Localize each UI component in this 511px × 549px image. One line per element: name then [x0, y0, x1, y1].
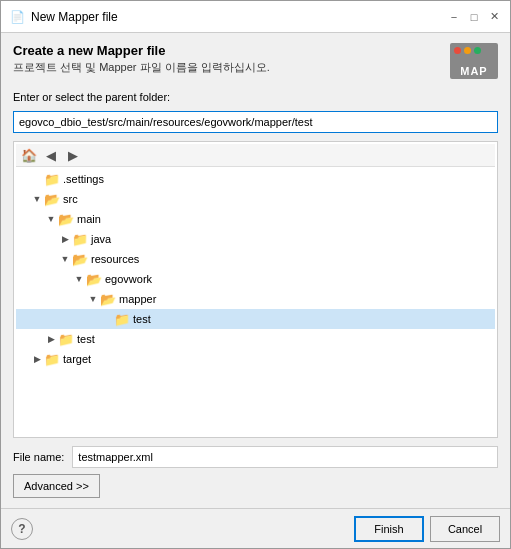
dialog-content: Create a new Mapper file 프로젝트 선택 및 Mappe… [1, 33, 510, 508]
folder-icon: 📂 [86, 271, 102, 287]
map-bg: MAP [450, 43, 498, 79]
advanced-button[interactable]: Advanced >> [13, 474, 100, 498]
tree-item-label: main [77, 213, 101, 225]
title-bar: 📄 New Mapper file − □ ✕ [1, 1, 510, 33]
dot-red [454, 47, 461, 54]
map-badge: MAP [450, 43, 498, 79]
dialog-window: 📄 New Mapper file − □ ✕ Create a new Map… [0, 0, 511, 549]
title-bar-left: 📄 New Mapper file [9, 9, 118, 25]
tree-arrow [100, 312, 114, 326]
tree-item-label: test [77, 333, 95, 345]
tree-items: 📁 .settings 📂 src 📂 main [16, 167, 495, 371]
dot-yellow [464, 47, 471, 54]
folder-icon: 📂 [58, 211, 74, 227]
tree-row[interactable]: 📁 target [16, 349, 495, 369]
tree-arrow [58, 252, 72, 266]
folder-icon: 📁 [72, 231, 88, 247]
maximize-button[interactable]: □ [466, 9, 482, 25]
finish-button[interactable]: Finish [354, 516, 424, 542]
tree-row[interactable]: 📂 mapper [16, 289, 495, 309]
header-section: Create a new Mapper file 프로젝트 선택 및 Mappe… [13, 43, 498, 79]
dot-green [474, 47, 481, 54]
folder-icon: 📂 [100, 291, 116, 307]
header-subtitle: 프로젝트 선택 및 Mapper 파일 이름을 입력하십시오. [13, 60, 270, 75]
close-button[interactable]: ✕ [486, 9, 502, 25]
dialog-title: New Mapper file [31, 10, 118, 24]
minimize-button[interactable]: − [446, 9, 462, 25]
folder-tree: 🏠 ◀ ▶ 📁 .settings 📂 src [13, 141, 498, 438]
tree-toolbar: 🏠 ◀ ▶ [16, 144, 495, 167]
cancel-button[interactable]: Cancel [430, 516, 500, 542]
folder-icon: 📂 [44, 191, 60, 207]
folder-icon: 📁 [58, 331, 74, 347]
tree-row[interactable]: 📂 egovwork [16, 269, 495, 289]
tree-item-label: java [91, 233, 111, 245]
tree-arrow [44, 212, 58, 226]
tree-row[interactable]: 📁 java [16, 229, 495, 249]
tree-item-label: mapper [119, 293, 156, 305]
folder-icon: 📂 [72, 251, 88, 267]
header-title: Create a new Mapper file [13, 43, 270, 58]
traffic-lights [454, 47, 481, 54]
tree-item-label: test [133, 313, 151, 325]
tree-arrow [72, 272, 86, 286]
folder-path-input[interactable] [13, 111, 498, 133]
tree-arrow [58, 232, 72, 246]
tree-arrow [30, 172, 44, 186]
folder-icon: 📁 [114, 311, 130, 327]
dialog-footer: ? Finish Cancel [1, 508, 510, 548]
tree-item-label: src [63, 193, 78, 205]
tree-item-label: target [63, 353, 91, 365]
tree-arrow [30, 192, 44, 206]
folder-icon: 📁 [44, 171, 60, 187]
filename-input[interactable] [72, 446, 498, 468]
folder-icon: 📁 [44, 351, 60, 367]
bottom-section: File name: Advanced >> [13, 446, 498, 498]
filename-row: File name: [13, 446, 498, 468]
tree-row[interactable]: 📂 src [16, 189, 495, 209]
tree-back-button[interactable]: ◀ [42, 146, 60, 164]
tree-row-selected[interactable]: 📁 test [16, 309, 495, 329]
tree-item-label: .settings [63, 173, 104, 185]
advanced-row: Advanced >> [13, 474, 498, 498]
tree-row[interactable]: 📂 main [16, 209, 495, 229]
map-text: MAP [460, 65, 487, 77]
tree-arrow [44, 332, 58, 346]
help-button[interactable]: ? [11, 518, 33, 540]
tree-home-button[interactable]: 🏠 [20, 146, 38, 164]
dialog-icon: 📄 [9, 9, 25, 25]
tree-arrow [30, 352, 44, 366]
tree-row[interactable]: 📁 test [16, 329, 495, 349]
tree-arrow [86, 292, 100, 306]
tree-item-label: egovwork [105, 273, 152, 285]
filename-label: File name: [13, 451, 64, 463]
footer-right: Finish Cancel [354, 516, 500, 542]
header-text: Create a new Mapper file 프로젝트 선택 및 Mappe… [13, 43, 270, 75]
tree-row[interactable]: 📁 .settings [16, 169, 495, 189]
tree-item-label: resources [91, 253, 139, 265]
tree-forward-button[interactable]: ▶ [64, 146, 82, 164]
title-bar-controls: − □ ✕ [446, 9, 502, 25]
footer-left: ? [11, 518, 33, 540]
tree-row[interactable]: 📂 resources [16, 249, 495, 269]
folder-label-text: Enter or select the parent folder: [13, 91, 498, 103]
